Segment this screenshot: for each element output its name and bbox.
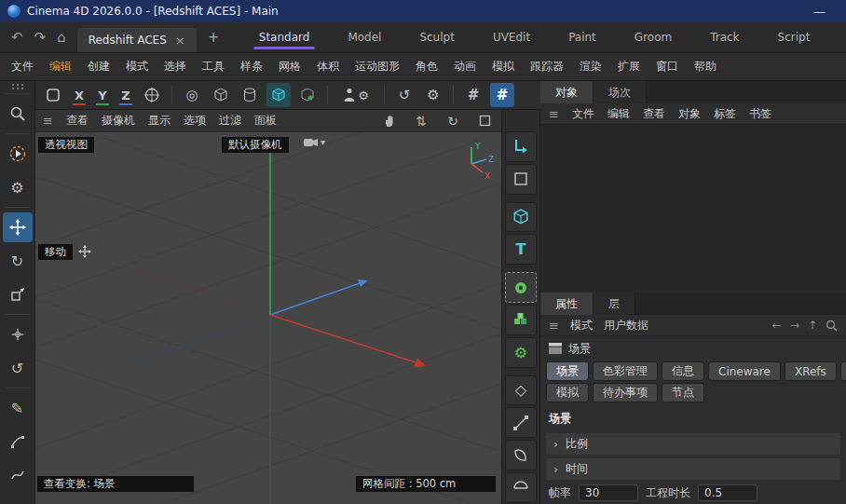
workspace-tab-paint[interactable]: Paint [561,22,604,52]
om-menu-file[interactable]: 文件 [572,106,594,122]
tweak-selection-icon[interactable] [3,139,33,169]
minimize-button[interactable]: — [800,5,839,19]
lock-z-axis-button[interactable]: Z [116,84,135,106]
om-menu-view[interactable]: 查看 [643,106,665,122]
workplane-icon[interactable] [505,164,537,195]
rotate-tool-icon[interactable]: ↻ [3,246,33,276]
tool-settings-gear-icon[interactable]: ⚙ [3,172,33,202]
fps-input[interactable]: 30 [579,484,638,501]
object-mode-icon[interactable] [505,305,537,335]
object-list[interactable] [540,125,846,293]
om-menu-edit[interactable]: 编辑 [607,106,630,122]
orbit-icon[interactable]: ↻ [443,114,462,129]
workspace-tab-sculpt[interactable]: Sculpt [412,22,461,52]
spline-tool-icon[interactable] [3,460,33,490]
coordinate-system-icon[interactable] [140,83,164,107]
menu-mograph[interactable]: 运动图形 [355,59,400,75]
layout-tab-redshift-aces[interactable]: Redshift ACES × [77,28,197,52]
group-scale[interactable]: › 比例 [546,433,840,455]
attr-tab-animation[interactable]: 动画 [840,361,846,381]
vp-menu-view[interactable]: 查看 [66,113,89,129]
point-mode-icon[interactable]: ◇ [505,375,537,406]
menu-tracker[interactable]: 跟踪器 [530,59,564,75]
maximize-view-icon[interactable] [475,115,494,127]
attr-tab-xrefs[interactable]: XRefs [785,361,837,381]
pan-hand-icon[interactable] [380,115,399,128]
workspace-tab-standard[interactable]: Standard [252,22,318,52]
attr-tab-nodes[interactable]: 节点 [662,383,704,402]
render-region-icon[interactable] [209,83,233,107]
camera-dropdown-button[interactable]: ▾ [304,137,325,147]
nav-forward-icon[interactable]: → [790,319,799,332]
quantize-grid-icon[interactable]: # [490,83,514,107]
character-tools-icon[interactable]: ⚙ [335,83,376,107]
menu-character[interactable]: 角色 [416,59,438,75]
menu-edit[interactable]: 编辑 [49,59,72,75]
axis-gizmo[interactable]: Y Z X [458,138,498,184]
workspace-tab-track[interactable]: Track [703,22,746,52]
search-icon[interactable] [826,320,838,332]
viewport-hamburger-icon[interactable]: ≡ [43,114,53,128]
workspace-tab-groom[interactable]: Groom [627,22,679,52]
undo-icon[interactable]: ↶ [11,29,23,46]
tab-takes[interactable]: 场次 [594,81,647,103]
menu-help[interactable]: 帮助 [694,59,716,75]
project-duration-input[interactable]: 0.5 [698,484,757,501]
tab-layers[interactable]: 层 [594,293,635,315]
workspace-tab-script[interactable]: Script [771,22,818,52]
scale-tool-icon[interactable] [3,279,33,309]
tab-attributes[interactable]: 属性 [540,293,594,315]
nav-back-icon[interactable]: ← [772,319,782,332]
attribute-hamburger-icon[interactable]: ≡ [549,319,559,333]
menu-mode[interactable]: 模式 [126,59,148,75]
om-menu-bookmarks[interactable]: 书签 [749,106,771,122]
nav-up-icon[interactable]: ↑ [808,319,817,332]
workflow-gear-icon[interactable]: ⚙ [421,83,445,107]
lock-y-axis-button[interactable]: Y [93,84,112,106]
vp-menu-filter[interactable]: 过滤 [219,113,241,129]
render-settings-icon[interactable] [238,83,262,107]
coordinate-system-toggle-icon[interactable] [505,131,537,162]
vp-menu-panel[interactable]: 面板 [254,113,277,129]
render-queue-icon[interactable] [295,83,320,107]
menu-create[interactable]: 创建 [88,59,110,75]
axis-move-icon[interactable] [3,320,33,349]
vp-menu-options[interactable]: 选项 [184,113,206,129]
workspace-tab-uvedit[interactable]: UVEdit [485,22,538,52]
attr-tab-cineware[interactable]: Cineware [708,361,781,381]
menu-render[interactable]: 渲染 [580,59,602,75]
interactive-render-icon[interactable] [266,83,291,107]
lock-x-axis-button[interactable]: X [70,84,89,106]
menu-mesh[interactable]: 网格 [279,59,301,75]
vp-menu-cameras[interactable]: 摄像机 [102,113,135,129]
home-icon[interactable]: ⌂ [57,29,66,46]
live-selection-icon[interactable] [3,99,33,129]
axis-rotate-icon[interactable]: ↺ [3,353,33,383]
tab-objects[interactable]: 对象 [540,81,594,103]
sketch-tool-icon[interactable] [3,427,33,456]
close-icon[interactable]: × [175,34,185,48]
vp-menu-display[interactable]: 显示 [148,113,171,129]
attr-tab-simulation[interactable]: 模拟 [546,383,589,402]
menu-extensions[interactable]: 扩展 [618,59,640,75]
axis-mode-icon[interactable] [505,272,537,303]
model-mode-icon[interactable] [505,202,537,233]
om-menu-objects[interactable]: 对象 [678,106,701,122]
menu-window[interactable]: 窗口 [656,59,678,75]
coordinates-window-icon[interactable] [41,83,65,107]
new-layout-tab-button[interactable]: + [208,29,220,46]
menu-spline[interactable]: 样条 [240,59,263,75]
palette-grip[interactable] [11,83,24,90]
om-menu-tags[interactable]: 标签 [714,106,736,122]
attr-menu-userdata[interactable]: 用户数据 [604,318,648,334]
attr-tab-color-management[interactable]: 色彩管理 [593,361,658,381]
selected-object-row[interactable]: 场景 [540,336,846,361]
redo-icon[interactable]: ↷ [34,29,47,46]
menu-select[interactable]: 选择 [164,59,186,75]
view-type-label[interactable]: 透视视图 [38,137,94,153]
menu-file[interactable]: 文件 [11,59,34,75]
dolly-icon[interactable]: ⇅ [412,114,430,129]
attr-tab-info[interactable]: 信息 [662,361,704,381]
move-tool-icon[interactable] [3,212,33,242]
snap-grid-icon[interactable]: # [461,83,485,107]
